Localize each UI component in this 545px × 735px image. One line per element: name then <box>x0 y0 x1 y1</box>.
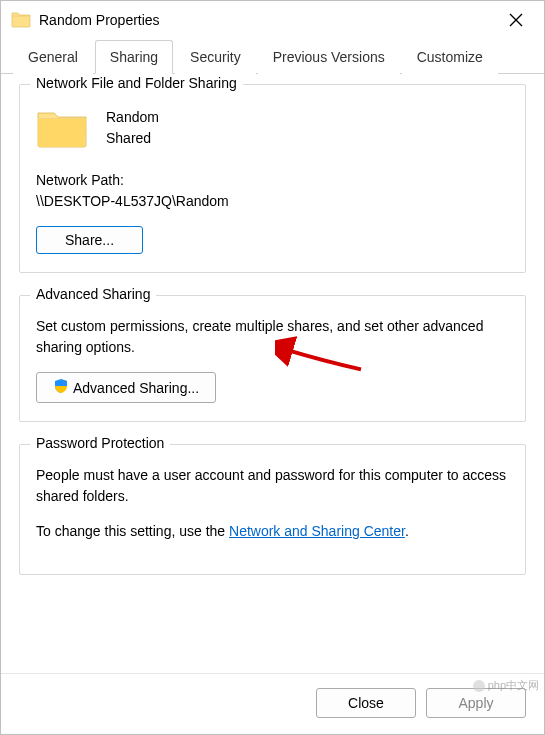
close-icon[interactable] <box>496 4 536 36</box>
tab-strip: General Sharing Security Previous Versio… <box>1 39 544 74</box>
advanced-sharing-button-label: Advanced Sharing... <box>73 380 199 396</box>
folder-info: Random Shared <box>106 107 159 149</box>
folder-name: Random <box>106 107 159 128</box>
network-path-value: \\DESKTOP-4L537JQ\Random <box>36 191 509 212</box>
tab-sharing[interactable]: Sharing <box>95 40 173 74</box>
shield-icon <box>53 378 69 397</box>
group-title: Network File and Folder Sharing <box>30 75 243 91</box>
tab-content: Network File and Folder Sharing Random S… <box>1 74 544 673</box>
password-protection-group: Password Protection People must have a u… <box>19 444 526 575</box>
group-title: Advanced Sharing <box>30 286 156 302</box>
tab-general[interactable]: General <box>13 40 93 74</box>
tab-customize[interactable]: Customize <box>402 40 498 74</box>
properties-dialog: Random Properties General Sharing Securi… <box>0 0 545 735</box>
password-protection-link-line: To change this setting, use the Network … <box>36 521 509 542</box>
link-prefix: To change this setting, use the <box>36 523 229 539</box>
share-button[interactable]: Share... <box>36 226 143 254</box>
network-sharing-center-link[interactable]: Network and Sharing Center <box>229 523 405 539</box>
titlebar: Random Properties <box>1 1 544 39</box>
group-title: Password Protection <box>30 435 170 451</box>
close-button[interactable]: Close <box>316 688 416 718</box>
tab-previous-versions[interactable]: Previous Versions <box>258 40 400 74</box>
tab-security[interactable]: Security <box>175 40 256 74</box>
dialog-footer: Close Apply <box>1 673 544 734</box>
network-sharing-group: Network File and Folder Sharing Random S… <box>19 84 526 273</box>
network-path-label: Network Path: <box>36 170 509 191</box>
password-protection-text: People must have a user account and pass… <box>36 465 509 507</box>
share-status: Shared <box>106 128 159 149</box>
advanced-sharing-description: Set custom permissions, create multiple … <box>36 316 509 358</box>
folder-icon <box>11 10 31 31</box>
apply-button[interactable]: Apply <box>426 688 526 718</box>
link-suffix: . <box>405 523 409 539</box>
folder-icon <box>36 107 88 152</box>
advanced-sharing-button[interactable]: Advanced Sharing... <box>36 372 216 403</box>
window-title: Random Properties <box>39 12 496 28</box>
advanced-sharing-group: Advanced Sharing Set custom permissions,… <box>19 295 526 422</box>
